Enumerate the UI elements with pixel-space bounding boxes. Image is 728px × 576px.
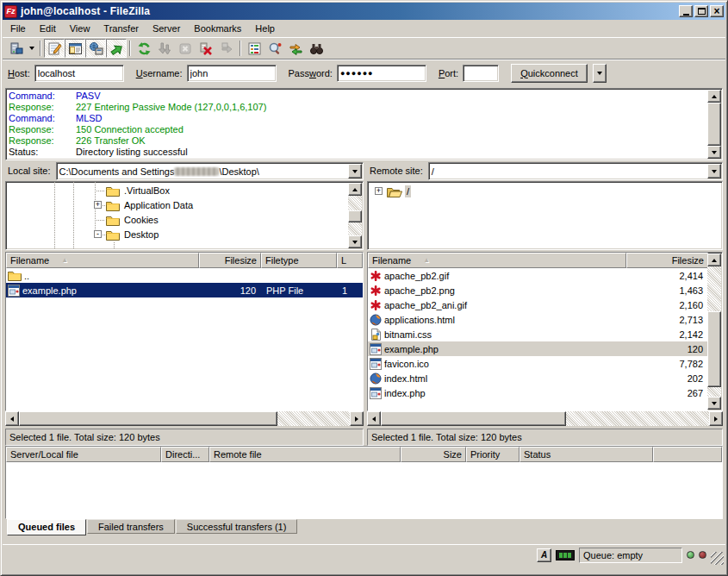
scroll-track[interactable]	[566, 411, 709, 426]
host-input[interactable]	[34, 65, 124, 82]
list-item-applications-html[interactable]: applications.html 2,713	[368, 312, 708, 327]
remote-horizontal-scrollbar[interactable]	[367, 411, 723, 426]
transfer-type-ascii-icon[interactable]: A	[537, 548, 551, 562]
refresh-button[interactable]	[134, 39, 154, 58]
list-item-apache-pb2-ani-gif[interactable]: apache_pb2_ani.gif 2,160	[368, 297, 708, 312]
quickconnect-button[interactable]: Quickconnect	[511, 64, 588, 83]
menu-help[interactable]: Help	[248, 21, 282, 36]
column-header-filename[interactable]: Filename▲	[6, 253, 199, 268]
maximize-button[interactable]	[694, 5, 708, 17]
tab-failed-transfers[interactable]: Failed transfers	[87, 519, 175, 534]
column-header-size[interactable]: Size	[401, 447, 466, 462]
tab-queued-files[interactable]: Queued files	[7, 519, 86, 535]
local-site-combo[interactable]: C:\Documents and Settings\Desktop\	[56, 162, 364, 180]
tree-item-root[interactable]: + /	[387, 185, 411, 198]
menu-edit[interactable]: Edit	[33, 21, 63, 36]
log-vertical-scrollbar[interactable]	[707, 90, 721, 159]
list-item-favicon-ico[interactable]: favicon.ico 7,782	[368, 356, 708, 371]
menu-file[interactable]: File	[3, 21, 33, 36]
tree-item-virtualbox[interactable]: .VirtualBox	[106, 184, 171, 197]
column-header-filesize[interactable]: Filesize	[626, 253, 708, 268]
remote-site-combo-dropdown[interactable]	[707, 164, 721, 178]
tree-expander-plus[interactable]: +	[94, 201, 102, 209]
toggle-local-tree-button[interactable]	[65, 39, 85, 58]
scroll-right-button[interactable]	[350, 411, 364, 426]
scroll-up-button[interactable]	[707, 90, 721, 103]
list-item-example-php[interactable]: example.php 120 PHP File 1	[6, 283, 363, 297]
synchronized-browsing-button[interactable]	[285, 39, 306, 58]
quickconnect-dropdown[interactable]	[593, 64, 607, 83]
scroll-track[interactable]	[707, 266, 721, 311]
column-header-priority[interactable]: Priority	[466, 447, 520, 462]
username-input[interactable]	[187, 65, 277, 82]
list-item-index-html[interactable]: index.html 202	[368, 371, 708, 385]
scroll-thumb[interactable]	[707, 103, 721, 146]
scroll-track[interactable]	[707, 387, 721, 397]
scroll-down-button[interactable]	[707, 146, 721, 159]
scroll-thumb[interactable]	[707, 311, 721, 387]
tree-item-desktop[interactable]: - Desktop	[106, 228, 160, 241]
column-header-direction[interactable]: Directi...	[161, 447, 209, 462]
menu-view[interactable]: View	[63, 21, 97, 36]
disconnect-button[interactable]	[196, 39, 216, 58]
tree-item-application-data[interactable]: + Application Data	[106, 198, 195, 212]
scroll-left-button[interactable]	[367, 411, 381, 426]
port-input[interactable]	[463, 65, 499, 82]
scroll-down-button[interactable]	[348, 235, 362, 248]
scroll-thumb[interactable]	[381, 411, 566, 426]
list-item-apache-pb2-png[interactable]: apache_pb2.png 1,463	[368, 283, 708, 297]
local-tree-vertical-scrollbar[interactable]	[348, 183, 362, 248]
scroll-up-button[interactable]	[707, 254, 721, 266]
scroll-up-button[interactable]	[348, 183, 362, 196]
list-item-apache-pb2-gif[interactable]: apache_pb2.gif 2,414	[368, 268, 708, 283]
scroll-right-button[interactable]	[709, 411, 723, 426]
scroll-track[interactable]	[277, 411, 350, 426]
scroll-thumb[interactable]	[19, 411, 277, 426]
resize-grip[interactable]	[711, 552, 724, 565]
tree-expander-minus[interactable]: -	[94, 230, 102, 238]
site-manager-dropdown[interactable]	[26, 39, 37, 58]
scroll-track[interactable]	[348, 196, 362, 210]
toggle-message-log-button[interactable]	[44, 39, 65, 58]
triangle-up-icon	[712, 95, 717, 98]
cancel-operation-button[interactable]	[175, 39, 196, 58]
list-item-index-php[interactable]: index.php 267	[368, 385, 708, 400]
menu-transfer[interactable]: Transfer	[96, 21, 146, 36]
column-header-modified[interactable]: L	[337, 253, 363, 268]
scroll-thumb[interactable]	[348, 210, 362, 222]
column-header-filetype[interactable]: Filetype	[261, 253, 337, 268]
filter-button[interactable]	[244, 39, 264, 58]
list-item-parent-dir[interactable]: ..	[6, 268, 363, 283]
tree-item-cookies[interactable]: Cookies	[106, 213, 160, 227]
column-header-remote-file[interactable]: Remote file	[209, 447, 401, 462]
remote-vertical-scrollbar[interactable]	[707, 254, 721, 410]
column-header-status[interactable]: Status	[520, 447, 653, 462]
directory-comparison-button[interactable]	[264, 39, 285, 58]
site-manager-button[interactable]	[5, 39, 26, 58]
speed-limits-icon[interactable]	[556, 550, 575, 560]
column-header-server-local-file[interactable]: Server/Local file	[6, 447, 161, 462]
toggle-remote-tree-button[interactable]	[85, 39, 106, 58]
local-horizontal-scrollbar[interactable]	[5, 411, 364, 426]
local-site-combo-dropdown[interactable]	[348, 164, 362, 178]
minimize-button[interactable]	[679, 5, 693, 17]
column-header-filesize[interactable]: Filesize	[199, 253, 261, 268]
toggle-transfer-queue-button[interactable]	[106, 39, 127, 58]
scroll-down-button[interactable]	[707, 397, 721, 410]
list-item-example-php[interactable]: example.php 120	[368, 341, 708, 356]
close-button[interactable]: ×	[710, 5, 724, 17]
password-input[interactable]	[337, 65, 426, 82]
scroll-left-button[interactable]	[5, 411, 19, 426]
remote-site-combo[interactable]: /	[428, 162, 723, 180]
column-header-filename[interactable]: Filename▲	[368, 253, 626, 268]
process-queue-button[interactable]	[154, 39, 175, 58]
list-item-bitnami-css[interactable]: bitnami.css 2,142	[368, 327, 708, 341]
find-files-button[interactable]	[306, 39, 327, 58]
menu-bookmarks[interactable]: Bookmarks	[187, 21, 248, 36]
queue-body[interactable]	[6, 462, 722, 518]
tree-expander-plus[interactable]: +	[375, 187, 383, 195]
menu-server[interactable]: Server	[146, 21, 187, 36]
scroll-track[interactable]	[348, 222, 362, 235]
reconnect-button[interactable]	[216, 39, 237, 58]
tab-successful-transfers[interactable]: Successful transfers (1)	[176, 519, 298, 534]
